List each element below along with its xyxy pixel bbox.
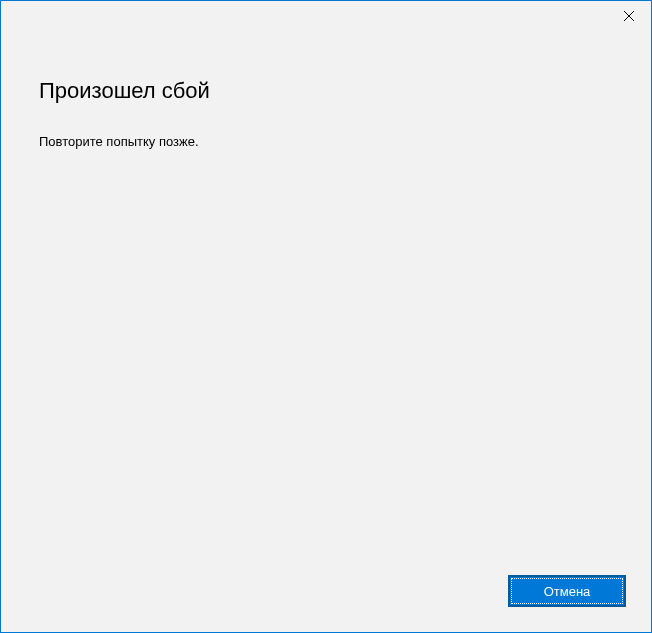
titlebar — [1, 1, 651, 33]
dialog-content: Произошел сбой Повторите попытку позже. — [1, 33, 651, 149]
close-button[interactable] — [606, 1, 651, 31]
dialog-footer: Отмена — [508, 575, 626, 607]
close-icon — [624, 11, 634, 21]
dialog-message: Повторите попытку позже. — [39, 134, 613, 149]
dialog-heading: Произошел сбой — [39, 78, 613, 104]
cancel-button[interactable]: Отмена — [508, 575, 626, 607]
